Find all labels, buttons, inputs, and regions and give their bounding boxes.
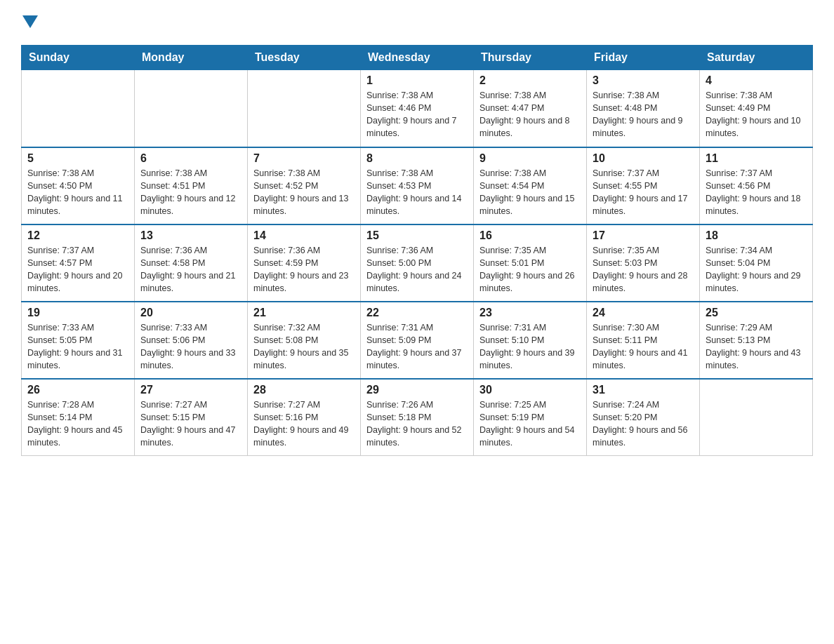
day-number: 20 [140,307,241,319]
calendar-day-cell [700,379,813,456]
calendar-week-row: 1Sunrise: 7:38 AMSunset: 4:46 PMDaylight… [22,70,813,147]
day-info: Sunrise: 7:24 AMSunset: 5:20 PMDaylight:… [593,398,694,450]
day-number: 27 [140,384,241,396]
calendar-day-cell: 5Sunrise: 7:38 AMSunset: 4:50 PMDaylight… [22,147,135,224]
calendar-day-cell: 28Sunrise: 7:27 AMSunset: 5:16 PMDayligh… [248,379,361,456]
day-number: 19 [27,307,128,319]
day-number: 6 [140,152,241,165]
day-info: Sunrise: 7:37 AMSunset: 4:55 PMDaylight:… [593,167,694,218]
day-of-week-header: Wednesday [361,46,474,70]
day-number: 21 [253,307,355,319]
calendar-day-cell: 6Sunrise: 7:38 AMSunset: 4:51 PMDaylight… [135,147,248,224]
day-info: Sunrise: 7:38 AMSunset: 4:50 PMDaylight:… [27,167,128,218]
day-info: Sunrise: 7:34 AMSunset: 5:04 PMDaylight:… [706,244,807,295]
day-of-week-header: Thursday [474,46,587,70]
calendar-day-cell: 27Sunrise: 7:27 AMSunset: 5:15 PMDayligh… [135,379,248,456]
day-info: Sunrise: 7:38 AMSunset: 4:52 PMDaylight:… [253,167,355,218]
calendar-day-cell [22,70,135,147]
day-info: Sunrise: 7:36 AMSunset: 4:59 PMDaylight:… [253,244,355,295]
day-number: 11 [706,152,807,165]
calendar-day-cell: 11Sunrise: 7:37 AMSunset: 4:56 PMDayligh… [700,147,813,224]
calendar-day-cell: 1Sunrise: 7:38 AMSunset: 4:46 PMDaylight… [361,70,474,147]
day-info: Sunrise: 7:38 AMSunset: 4:51 PMDaylight:… [140,167,241,218]
calendar-week-row: 19Sunrise: 7:33 AMSunset: 5:05 PMDayligh… [22,302,813,379]
calendar-day-cell: 24Sunrise: 7:30 AMSunset: 5:11 PMDayligh… [587,302,700,379]
calendar-day-cell [135,70,248,147]
day-number: 5 [27,152,128,165]
calendar-week-row: 12Sunrise: 7:37 AMSunset: 4:57 PMDayligh… [22,224,813,302]
day-info: Sunrise: 7:38 AMSunset: 4:47 PMDaylight:… [479,89,581,140]
day-info: Sunrise: 7:38 AMSunset: 4:53 PMDaylight:… [366,167,468,218]
day-info: Sunrise: 7:31 AMSunset: 5:10 PMDaylight:… [479,321,581,373]
day-info: Sunrise: 7:27 AMSunset: 5:15 PMDaylight:… [140,398,241,450]
day-info: Sunrise: 7:38 AMSunset: 4:48 PMDaylight:… [593,89,694,140]
day-number: 9 [479,152,581,165]
calendar-day-cell: 2Sunrise: 7:38 AMSunset: 4:47 PMDaylight… [474,70,587,147]
calendar-table: SundayMondayTuesdayWednesdayThursdayFrid… [21,45,813,456]
day-number: 4 [706,74,807,87]
calendar-day-cell: 3Sunrise: 7:38 AMSunset: 4:48 PMDaylight… [587,70,700,147]
calendar-day-cell: 22Sunrise: 7:31 AMSunset: 5:09 PMDayligh… [361,302,474,379]
calendar-day-cell: 4Sunrise: 7:38 AMSunset: 4:49 PMDaylight… [700,70,813,147]
day-number: 24 [593,307,694,319]
svg-marker-0 [22,15,38,28]
day-number: 26 [27,384,128,396]
calendar-day-cell: 18Sunrise: 7:34 AMSunset: 5:04 PMDayligh… [700,224,813,302]
calendar-day-cell: 7Sunrise: 7:38 AMSunset: 4:52 PMDaylight… [248,147,361,224]
day-number: 3 [593,74,694,87]
calendar-day-cell: 16Sunrise: 7:35 AMSunset: 5:01 PMDayligh… [474,224,587,302]
day-info: Sunrise: 7:36 AMSunset: 5:00 PMDaylight:… [366,244,468,295]
calendar-day-cell: 15Sunrise: 7:36 AMSunset: 5:00 PMDayligh… [361,224,474,302]
day-info: Sunrise: 7:28 AMSunset: 5:14 PMDaylight:… [27,398,128,450]
calendar-day-cell: 17Sunrise: 7:35 AMSunset: 5:03 PMDayligh… [587,224,700,302]
calendar-week-row: 5Sunrise: 7:38 AMSunset: 4:50 PMDaylight… [22,147,813,224]
calendar-day-cell: 25Sunrise: 7:29 AMSunset: 5:13 PMDayligh… [700,302,813,379]
day-number: 1 [366,74,468,87]
day-info: Sunrise: 7:38 AMSunset: 4:46 PMDaylight:… [366,89,468,140]
day-info: Sunrise: 7:29 AMSunset: 5:13 PMDaylight:… [706,321,807,373]
day-info: Sunrise: 7:35 AMSunset: 5:01 PMDaylight:… [479,244,581,295]
day-info: Sunrise: 7:30 AMSunset: 5:11 PMDaylight:… [593,321,694,373]
day-number: 2 [479,74,581,87]
day-number: 31 [593,384,694,396]
calendar-day-cell: 12Sunrise: 7:37 AMSunset: 4:57 PMDayligh… [22,224,135,302]
day-info: Sunrise: 7:33 AMSunset: 5:05 PMDaylight:… [27,321,128,373]
calendar-day-cell: 23Sunrise: 7:31 AMSunset: 5:10 PMDayligh… [474,302,587,379]
day-number: 17 [593,229,694,242]
day-info: Sunrise: 7:38 AMSunset: 4:54 PMDaylight:… [479,167,581,218]
calendar-day-cell: 8Sunrise: 7:38 AMSunset: 4:53 PMDaylight… [361,147,474,224]
calendar-day-cell: 21Sunrise: 7:32 AMSunset: 5:08 PMDayligh… [248,302,361,379]
day-number: 12 [27,229,128,242]
day-header-row: SundayMondayTuesdayWednesdayThursdayFrid… [22,46,813,70]
calendar-day-cell: 19Sunrise: 7:33 AMSunset: 5:05 PMDayligh… [22,302,135,379]
day-info: Sunrise: 7:33 AMSunset: 5:06 PMDaylight:… [140,321,241,373]
day-info: Sunrise: 7:25 AMSunset: 5:19 PMDaylight:… [479,398,581,450]
logo-arrow-icon [22,15,38,31]
calendar-day-cell: 20Sunrise: 7:33 AMSunset: 5:06 PMDayligh… [135,302,248,379]
day-of-week-header: Friday [587,46,700,70]
calendar-day-cell: 29Sunrise: 7:26 AMSunset: 5:18 PMDayligh… [361,379,474,456]
calendar-day-cell: 10Sunrise: 7:37 AMSunset: 4:55 PMDayligh… [587,147,700,224]
day-number: 25 [706,307,807,319]
day-of-week-header: Sunday [22,46,135,70]
day-number: 30 [479,384,581,396]
calendar-week-row: 26Sunrise: 7:28 AMSunset: 5:14 PMDayligh… [22,379,813,456]
calendar-day-cell: 13Sunrise: 7:36 AMSunset: 4:58 PMDayligh… [135,224,248,302]
day-number: 15 [366,229,468,242]
calendar-day-cell [248,70,361,147]
calendar-day-cell: 30Sunrise: 7:25 AMSunset: 5:19 PMDayligh… [474,379,587,456]
day-number: 16 [479,229,581,242]
day-info: Sunrise: 7:37 AMSunset: 4:56 PMDaylight:… [706,167,807,218]
day-info: Sunrise: 7:35 AMSunset: 5:03 PMDaylight:… [593,244,694,295]
day-number: 7 [253,152,355,165]
day-number: 28 [253,384,355,396]
day-info: Sunrise: 7:27 AMSunset: 5:16 PMDaylight:… [253,398,355,450]
calendar-day-cell: 9Sunrise: 7:38 AMSunset: 4:54 PMDaylight… [474,147,587,224]
calendar-day-cell: 14Sunrise: 7:36 AMSunset: 4:59 PMDayligh… [248,224,361,302]
calendar-day-cell: 31Sunrise: 7:24 AMSunset: 5:20 PMDayligh… [587,379,700,456]
logo [21,14,38,31]
day-number: 18 [706,229,807,242]
day-number: 14 [253,229,355,242]
day-number: 8 [366,152,468,165]
page-header [21,14,813,31]
